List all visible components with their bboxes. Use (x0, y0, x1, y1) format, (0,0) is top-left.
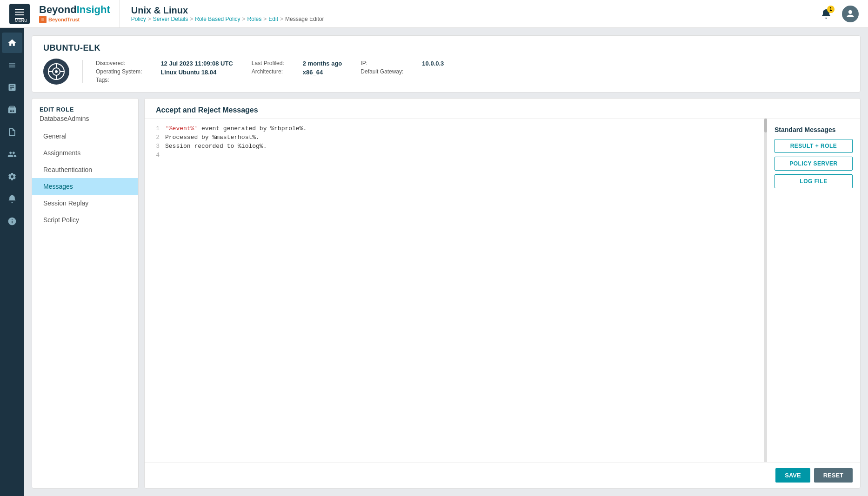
save-button[interactable]: SAVE (775, 468, 810, 483)
result-role-button[interactable]: RESULT + ROLE (775, 139, 853, 153)
menu-item-session-replay[interactable]: Session Replay (32, 195, 138, 212)
nav-item-settings[interactable] (2, 166, 22, 187)
nav-item-reports[interactable] (2, 77, 22, 98)
nav-item-info[interactable] (2, 211, 22, 231)
breadcrumb-roles[interactable]: Roles (247, 16, 262, 22)
logo-icon (39, 16, 47, 23)
left-nav (0, 28, 24, 496)
last-profiled-value: 2 months ago (303, 60, 342, 67)
panel-footer: SAVE RESET (145, 462, 860, 488)
reset-button[interactable]: RESET (814, 468, 853, 483)
notification-button[interactable]: 1 (818, 6, 835, 22)
main-panel-title: Accept and Reject Messages (156, 106, 258, 114)
os-value: Linux Ubuntu 18.04 (160, 69, 233, 76)
edit-role-title: EDIT ROLE (32, 106, 138, 115)
code-line-3: 3 Session recorded to %iolog%. (145, 142, 764, 151)
standard-messages-panel: Standard Messages RESULT + ROLE POLICY S… (767, 119, 860, 462)
user-avatar[interactable] (842, 6, 859, 22)
ip-label: IP: (361, 60, 403, 66)
header-right: 1 (818, 6, 859, 22)
os-label: Operating System: (96, 68, 142, 75)
nav-item-alerts[interactable] (2, 189, 22, 209)
log-file-button[interactable]: LOG FILE (775, 174, 853, 188)
svg-point-4 (55, 70, 58, 73)
menu-item-general[interactable]: General (32, 128, 138, 145)
logo-text: BeyondInsight (39, 4, 110, 15)
main-panel-header: Accept and Reject Messages (145, 99, 860, 119)
nav-item-tickets[interactable] (2, 99, 22, 120)
code-editor[interactable]: 1 '%event%' event generated by %rbprole%… (145, 119, 764, 462)
last-profiled-label: Last Profiled: (252, 60, 284, 66)
edit-row: EDIT ROLE DatabaseAdmins General Assignm… (32, 98, 861, 489)
meta-group-discovered-values: 12 Jul 2023 11:09:08 UTC Linux Ubuntu 18… (160, 60, 233, 83)
code-highlight-event: '%event%' (165, 125, 198, 132)
content-area: UBUNTU-ELK Discovered (24, 28, 868, 496)
breadcrumb-policy[interactable]: Policy (131, 16, 146, 22)
scrollbar[interactable] (764, 119, 767, 462)
breadcrumb-current: Message Editor (285, 16, 324, 22)
meta-group-discovered: Discovered: Operating System: Tags: (96, 60, 142, 83)
policy-server-button[interactable]: POLICY SERVER (775, 157, 853, 171)
server-details: Discovered: Operating System: Tags: 12 J… (43, 59, 849, 85)
tags-label: Tags: (96, 77, 142, 83)
menu-item-messages[interactable]: Messages (32, 178, 138, 195)
meta-group-ip: IP: Default Gateway: (361, 60, 403, 83)
server-meta: Discovered: Operating System: Tags: 12 J… (96, 60, 444, 83)
header-title-section: Unix & Linux Policy > Server Details > R… (120, 5, 335, 22)
side-menu: EDIT ROLE DatabaseAdmins General Assignm… (32, 98, 139, 489)
page-title: Unix & Linux (131, 5, 324, 16)
server-icon (43, 59, 69, 85)
logo-section: BeyondInsight BeyondTrust (30, 0, 120, 27)
discovered-value: 12 Jul 2023 11:09:08 UTC (160, 60, 233, 67)
menu-button[interactable]: MENU (9, 4, 30, 24)
meta-group-profiled-values: 2 months ago x86_64 (303, 60, 342, 83)
meta-group-ip-values: 10.0.0.3 (422, 60, 444, 83)
meta-group-profiled: Last Profiled: Architecture: (252, 60, 284, 83)
breadcrumb-server-details[interactable]: Server Details (153, 16, 188, 22)
server-name: UBUNTU-ELK (43, 43, 849, 53)
main-panel: Accept and Reject Messages 1 '%event%' e… (144, 98, 861, 489)
breadcrumb-edit[interactable]: Edit (268, 16, 278, 22)
code-line-1: 1 '%event%' event generated by %rbprole%… (145, 124, 764, 133)
menu-item-reauthentication[interactable]: Reauthentication (32, 161, 138, 178)
breadcrumb: Policy > Server Details > Role Based Pol… (131, 16, 324, 22)
menu-item-assignments[interactable]: Assignments (32, 145, 138, 161)
nav-item-users[interactable] (2, 144, 22, 165)
notification-badge: 1 (827, 6, 835, 13)
gateway-label: Default Gateway: (361, 68, 403, 75)
standard-messages-title: Standard Messages (775, 126, 853, 133)
edit-role-subtitle: DatabaseAdmins (32, 115, 138, 128)
ip-value: 10.0.0.3 (422, 60, 444, 67)
server-divider (82, 60, 83, 83)
nav-item-documents[interactable] (2, 122, 22, 142)
logo-sub: BeyondTrust (39, 16, 110, 23)
nav-item-home[interactable] (2, 33, 22, 53)
server-card: UBUNTU-ELK Discovered (32, 35, 861, 93)
architecture-label: Architecture: (252, 68, 284, 75)
main-layout: UBUNTU-ELK Discovered (0, 28, 868, 496)
svg-rect-1 (41, 18, 44, 21)
breadcrumb-role-based-policy[interactable]: Role Based Policy (195, 16, 240, 22)
code-line-2: 2 Processed by %masterhost%. (145, 133, 764, 142)
panel-body: 1 '%event%' event generated by %rbprole%… (145, 119, 860, 462)
top-header: MENU BeyondInsight BeyondTrust Unix & Li… (0, 0, 868, 28)
code-line-4: 4 (145, 151, 764, 159)
discovered-label: Discovered: (96, 60, 142, 66)
menu-item-script-policy[interactable]: Script Policy (32, 212, 138, 228)
nav-item-assets[interactable] (2, 55, 22, 75)
architecture-value: x86_64 (303, 69, 342, 76)
menu-label: MENU (15, 18, 24, 19)
